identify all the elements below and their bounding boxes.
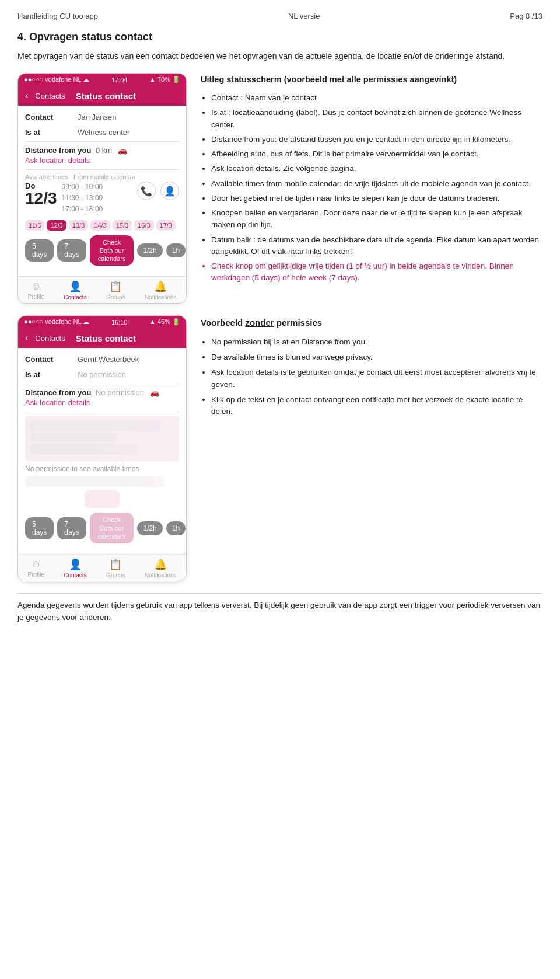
s2-bullet-2: De available times is blurred vanwege pr… (211, 351, 542, 363)
nav-bar-1[interactable]: ‹ Contacts Status contact (18, 86, 186, 106)
notif-icon-1: 🔔 (154, 280, 167, 293)
nav-notif-1[interactable]: 🔔 Notifications (145, 280, 176, 301)
status-time-2: 16:10 (111, 319, 128, 326)
blurred-pink-block (85, 490, 120, 508)
meet-btn-1[interactable]: 👤 (160, 182, 179, 200)
date-tabs-1[interactable]: 11/3 12/3 13/3 14/3 15/3 16/3 17/3 (25, 220, 179, 231)
5days-btn-2[interactable]: 5 days (25, 517, 54, 539)
profile-label-2: Profile (28, 572, 44, 578)
profile-icon-2: ☺ (31, 558, 41, 570)
ask-location-2[interactable]: Ask location details (25, 398, 179, 407)
nav-profile-1[interactable]: ☺ Profile (28, 280, 44, 301)
check-btn-1[interactable]: Check Both our calendars (90, 235, 134, 266)
half-btn-1[interactable]: 1/2h (137, 243, 162, 257)
bottom-buttons-1[interactable]: 5 days 7 days Check Both our calendars 1… (25, 235, 179, 266)
blurred-row-1 (30, 420, 160, 431)
bottom-buttons-2[interactable]: 5 days 7 days Check Both our calendars 1… (25, 513, 179, 543)
half-btn-2[interactable]: 1/2h (137, 521, 162, 535)
distance-label-2: Distance from you (25, 388, 91, 397)
status-left-2: ●●○○○ vodafone NL ☁ (24, 318, 89, 326)
profile-label-1: Profile (28, 294, 44, 300)
status-right-1: ▲ 70% 🔋 (149, 76, 180, 83)
contacts-label-1: Contacts (64, 294, 86, 301)
7days-btn-1[interactable]: 7 days (57, 239, 86, 262)
nav-back-label-1[interactable]: Contacts (35, 92, 65, 100)
contact-label-1: Contact (25, 112, 78, 123)
bullet-list-1: Contact : Naam van je contact Is at : lo… (201, 92, 542, 284)
isat-row-2: Is at No permission (25, 369, 179, 381)
7days-btn-2[interactable]: 7 days (57, 517, 86, 539)
nav-notif-2[interactable]: 🔔 Notifications (145, 558, 176, 579)
cal-date-day-1: Do 12/3 (25, 182, 57, 207)
distance-value-2: No permission (93, 388, 144, 397)
back-arrow-1[interactable]: ‹ (25, 90, 28, 101)
1h-btn-1[interactable]: 1h (166, 243, 186, 257)
bottom-nav-2: ☺ Profile 👤 Contacts 📋 Groups 🔔 Notifica… (18, 554, 186, 581)
isat-row-1: Is at Welness center (25, 127, 179, 138)
date-tab-12-3[interactable]: 12/3 (47, 220, 66, 231)
header-right: Pag 8 /13 (510, 12, 542, 20)
date-tab-15-3[interactable]: 15/3 (113, 220, 132, 231)
date-tab-11-3[interactable]: 11/3 (25, 220, 44, 231)
cal-actions-1[interactable]: 📞 👤 (137, 182, 179, 200)
cal-times-1: 09:00 - 10:00 11:30 - 13:00 17:00 - 18:0… (62, 182, 103, 215)
isat-value-1: Welness center (78, 127, 130, 138)
status-time-1: 17:04 (111, 76, 128, 83)
phone-btn-1[interactable]: 📞 (137, 182, 156, 200)
bullet-item-7: Door het gebied met de tijden naar links… (211, 193, 542, 204)
date-tab-16-3[interactable]: 16/3 (134, 220, 153, 231)
distance-row-1: Distance from you 0 km 🚗 (25, 145, 179, 155)
contact-row-1: Contact Jan Jansen (25, 112, 179, 123)
cal-date-1: 12/3 (25, 190, 57, 207)
first-two-col: ●●○○○ vodafone NL ☁ 17:04 ▲ 70% 🔋 ‹ Cont… (18, 73, 542, 304)
check-btn2-line1: Check (98, 515, 126, 524)
phone-mockup-1: ●●○○○ vodafone NL ☁ 17:04 ▲ 70% 🔋 ‹ Cont… (18, 73, 187, 304)
5days-btn-1[interactable]: 5 days (25, 239, 54, 262)
nav-profile-2[interactable]: ☺ Profile (28, 558, 44, 579)
bullet-item-1: Contact : Naam van je contact (211, 92, 542, 104)
date-tab-13-3[interactable]: 13/3 (69, 220, 88, 231)
s2-bullet-3: Ask location details is te gebruiken omd… (211, 367, 542, 391)
nav-back-label-2[interactable]: Contacts (35, 334, 65, 343)
s2-bullet-4: Klik op de tekst en je contact ontvangt … (211, 394, 542, 418)
bullet-item-5: Ask location details. Zie volgende pagin… (211, 163, 542, 175)
ask-location-1[interactable]: Ask location details (25, 156, 179, 165)
check-btn2-line3: calendars (98, 532, 126, 541)
bullet-item-3: Distance from you: de afstand tussen jou… (211, 134, 542, 145)
1h-btn-2[interactable]: 1h (166, 521, 186, 535)
intro-text: Met opvragen van de status van een conta… (18, 50, 542, 62)
contact-name-1: Jan Jansen (78, 112, 117, 123)
section-title: 4. Opvragen status contact (18, 31, 542, 43)
date-tab-17-3[interactable]: 17/3 (156, 220, 176, 231)
nav-groups-2[interactable]: 📋 Groups (106, 558, 125, 579)
check-btn-2[interactable]: Check Both our calendars (90, 513, 134, 543)
no-perm-msg-2: No permission to see available times (25, 465, 179, 473)
profile-icon-1: ☺ (31, 280, 41, 292)
groups-icon-2: 📋 (109, 558, 122, 571)
car-icon-2: 🚗 (150, 388, 159, 397)
date-tab-14-3[interactable]: 14/3 (90, 220, 110, 231)
distance-value-1: 0 km (93, 146, 112, 155)
nav-contacts-2[interactable]: 👤 Contacts (64, 558, 86, 579)
groups-label-2: Groups (106, 572, 125, 579)
contact-name-2: Gerrit Westerbeek (78, 354, 139, 365)
avail-times-header-1: Available times From mobile calendar (25, 173, 179, 180)
check-btn-line1: Check (98, 238, 126, 246)
back-arrow-2[interactable]: ‹ (25, 333, 28, 343)
check-btn-line2: Both our (98, 246, 126, 255)
second-two-col: ●●○○○ vodafone NL ☁ 16:10 ▲ 45% 🔋 ‹ Cont… (18, 315, 542, 581)
section2-title-underline: zonder (245, 318, 274, 328)
blurred-extra-1 (25, 476, 164, 487)
footer-text: Agenda gegevens worden tijdens gebruik v… (18, 593, 542, 623)
nav-contacts-1[interactable]: 👤 Contacts (64, 280, 86, 301)
status-bar-2: ●●○○○ vodafone NL ☁ 16:10 ▲ 45% 🔋 (18, 316, 186, 328)
nav-bar-2[interactable]: ‹ Contacts Status contact (18, 328, 186, 348)
notif-label-2: Notifications (145, 572, 176, 579)
check-btn2-line2: Both our (98, 524, 126, 532)
cal-row-1: Do 12/3 09:00 - 10:00 11:30 - 13:00 17:0… (25, 182, 179, 215)
nav-groups-1[interactable]: 📋 Groups (106, 280, 125, 301)
bullet-item-4: Afbeelding auto, bus of fiets. Dit is he… (211, 148, 542, 160)
isat-label-1: Is at (25, 127, 78, 138)
section2-title: Voorbeeld zonder permissies (201, 315, 542, 330)
phone-mockup-2: ●●○○○ vodafone NL ☁ 16:10 ▲ 45% 🔋 ‹ Cont… (18, 315, 187, 581)
